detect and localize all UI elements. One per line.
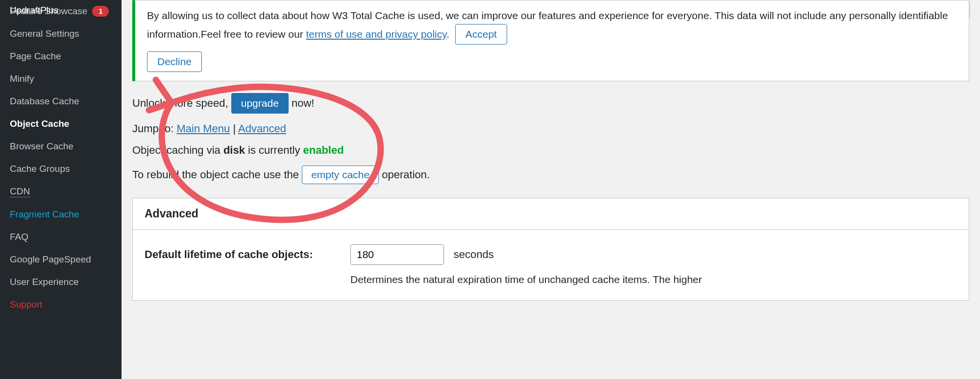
usage-tracking-notice: By allowing us to collect data about how… bbox=[132, 0, 969, 81]
empty-cache-button[interactable]: empty cache bbox=[302, 166, 379, 184]
sidebar-item-general-settings[interactable]: General Settings bbox=[0, 23, 122, 45]
rebuild-row: To rebuild the object cache use the empt… bbox=[132, 166, 969, 184]
cache-method: disk bbox=[223, 144, 245, 156]
sidebar-item-object-cache[interactable]: Object Cache bbox=[0, 113, 122, 135]
main-content: By allowing us to collect data about how… bbox=[122, 0, 980, 379]
accept-button[interactable]: Accept bbox=[455, 24, 507, 45]
jump-advanced-link[interactable]: Advanced bbox=[238, 122, 286, 135]
setting-label: Default lifetime of cache objects: bbox=[145, 244, 350, 261]
cache-state: enabled bbox=[303, 144, 344, 156]
setting-description: Determines the natural expiration time o… bbox=[350, 274, 957, 285]
sidebar-item-support[interactable]: Support bbox=[0, 293, 122, 316]
sidebar-item-updraftplus-overlay[interactable]: UpdraftPlus bbox=[10, 5, 58, 16]
sidebar-item-cache-groups[interactable]: Cache Groups bbox=[0, 158, 122, 180]
decline-button[interactable]: Decline bbox=[147, 51, 202, 72]
upgrade-button[interactable]: upgrade bbox=[231, 93, 289, 114]
notice-text: By allowing us to collect data about how… bbox=[147, 10, 948, 40]
sidebar-item-page-cache[interactable]: Page Cache bbox=[0, 45, 122, 68]
terms-link[interactable]: terms of use and privacy policy bbox=[306, 28, 446, 40]
upgrade-row: Unlock more speed, upgrade now! bbox=[132, 93, 969, 114]
sidebar-item-fragment-cache[interactable]: Fragment Cache bbox=[0, 203, 122, 226]
jump-main-menu-link[interactable]: Main Menu bbox=[176, 122, 230, 135]
sidebar-item-database-cache[interactable]: Database Cache bbox=[0, 90, 122, 113]
sidebar-item-cdn[interactable]: CDN bbox=[0, 180, 122, 203]
sidebar-item-browser-cache[interactable]: Browser Cache bbox=[0, 135, 122, 158]
advanced-heading: Advanced bbox=[133, 198, 969, 230]
default-lifetime-input[interactable] bbox=[350, 244, 444, 265]
sidebar-item-feature-showcase[interactable]: Feature Showcase 1 UpdraftPlus bbox=[0, 0, 122, 23]
units-label: seconds bbox=[454, 248, 494, 261]
sidebar-item-faq[interactable]: FAQ bbox=[0, 226, 122, 248]
setting-default-lifetime: Default lifetime of cache objects: secon… bbox=[145, 244, 957, 285]
admin-sidebar: Feature Showcase 1 UpdraftPlus General S… bbox=[0, 0, 122, 379]
advanced-box: Advanced Default lifetime of cache objec… bbox=[132, 198, 969, 301]
sidebar-item-minify[interactable]: Minify bbox=[0, 68, 122, 90]
update-badge: 1 bbox=[92, 6, 109, 17]
sidebar-item-user-experience[interactable]: User Experience bbox=[0, 271, 122, 293]
sidebar-item-google-pagespeed[interactable]: Google PageSpeed bbox=[0, 248, 122, 271]
cache-status: Object caching via disk is currently ena… bbox=[132, 144, 969, 157]
jump-to-nav: Jump to: Main Menu | Advanced bbox=[132, 122, 969, 135]
